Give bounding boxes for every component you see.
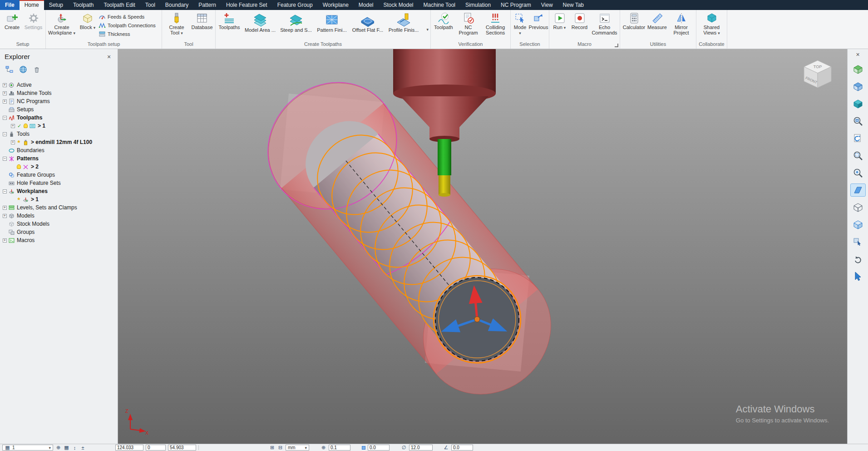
expand-icon[interactable]: + xyxy=(3,99,7,104)
tree-item-stock-models[interactable]: Stock Models xyxy=(3,220,118,228)
tree-item-workplane-1[interactable]: * > 1 xyxy=(3,195,118,203)
tab-nc-program[interactable]: NC Program xyxy=(496,0,536,10)
tab-stock-model[interactable]: Stock Model xyxy=(379,0,419,10)
workplane-selector[interactable]: ▦ 1 ▾ xyxy=(2,445,53,451)
toolpaths-button[interactable]: Toolpaths xyxy=(217,11,242,31)
tab-new-tab[interactable]: New Tab xyxy=(558,0,589,10)
selection-previous-button[interactable]: Previous xyxy=(529,11,548,31)
zoom-window-icon[interactable] xyxy=(851,149,865,162)
thickness-button[interactable]: Thickness xyxy=(99,30,156,38)
box-minus-icon[interactable]: ⊟ xyxy=(277,445,283,451)
shaded-wireframe-icon[interactable] xyxy=(851,218,865,231)
plus-minus-icon[interactable]: ± xyxy=(80,445,86,451)
globe-icon[interactable] xyxy=(19,65,27,74)
expand-icon[interactable]: + xyxy=(11,124,15,128)
viewport[interactable]: TOP FRONT Z X Activate Windows Go to Set… xyxy=(118,49,847,444)
tree-structure-icon[interactable] xyxy=(5,65,14,74)
model-area-clearance-button[interactable]: Model Area ... xyxy=(242,11,278,34)
tab-home[interactable]: Home xyxy=(20,0,44,10)
tree-item-toolpath-1[interactable]: + ✓ > 1 xyxy=(3,122,118,130)
expand-icon[interactable]: + xyxy=(3,206,7,210)
profile-finishing-button[interactable]: Profile Finis... xyxy=(386,11,421,34)
selection-mode-button[interactable]: Mode ▾ xyxy=(512,11,528,37)
feeds-speeds-button[interactable]: Feeds & Speeds xyxy=(99,12,156,21)
calculator-button[interactable]: Calculator xyxy=(622,11,646,31)
expand-icon[interactable]: + xyxy=(3,214,7,218)
wireframe-view-icon[interactable] xyxy=(851,201,865,213)
tab-simulation[interactable]: Simulation xyxy=(460,0,496,10)
tab-workplane[interactable]: Workplane xyxy=(318,0,354,10)
cursor-tool-icon[interactable] xyxy=(851,270,865,282)
shaded-view-icon[interactable] xyxy=(851,98,865,110)
tab-toolpath[interactable]: Toolpath xyxy=(68,0,99,10)
box-plus-icon[interactable]: ⊞ xyxy=(269,445,275,451)
x-coordinate-field[interactable] xyxy=(115,445,143,451)
settings-button[interactable]: Settings xyxy=(23,11,44,31)
tab-feature-group[interactable]: Feature Group xyxy=(272,0,318,10)
tree-item-nc-programs[interactable]: + NC Programs xyxy=(3,97,118,105)
collapse-icon[interactable]: − xyxy=(3,116,7,120)
position-toggle-icon[interactable]: ⊕ xyxy=(55,445,61,451)
view-cube[interactable]: TOP FRONT xyxy=(800,55,835,90)
tolerance-field[interactable] xyxy=(329,445,350,451)
tree-item-active[interactable]: + Active xyxy=(3,81,118,89)
tab-toolpath-edit[interactable]: Toolpath Edit xyxy=(99,0,140,10)
collapse-icon[interactable]: − xyxy=(3,189,7,193)
view-toolbar-close-icon[interactable]: × xyxy=(856,51,859,58)
tree-item-levels-sets-clamps[interactable]: + Levels, Sets and Clamps xyxy=(3,203,118,212)
angle-field[interactable] xyxy=(451,445,473,451)
tree-item-machine-tools[interactable]: + Machine Tools xyxy=(3,89,118,97)
thickness-field[interactable] xyxy=(368,445,390,451)
macro-dialog-launcher-icon[interactable] xyxy=(615,44,618,47)
pattern-finishing-button[interactable]: Pattern Fini... xyxy=(314,11,350,34)
tab-view[interactable]: View xyxy=(536,0,558,10)
tab-model[interactable]: Model xyxy=(354,0,379,10)
tree-item-toolpaths[interactable]: − Toolpaths xyxy=(3,114,118,122)
more-toolpaths-caret-icon[interactable]: ▾ xyxy=(426,27,429,32)
refresh-view-icon[interactable] xyxy=(851,132,865,144)
create-tool-button[interactable]: Create Tool ▾ xyxy=(163,11,190,37)
shared-views-button[interactable]: Shared Views ▾ xyxy=(698,11,725,37)
steep-shallow-button[interactable]: Steep and S... xyxy=(278,11,314,34)
collapse-icon[interactable]: − xyxy=(3,157,7,161)
tree-item-tools[interactable]: − Tools xyxy=(3,130,118,138)
tab-boundary[interactable]: Boundary xyxy=(160,0,193,10)
block-view-icon[interactable] xyxy=(851,80,865,93)
tab-hole-feature-set[interactable]: Hole Feature Set xyxy=(221,0,272,10)
zoom-to-fit-icon[interactable] xyxy=(851,115,865,127)
tree-item-hole-feature-sets[interactable]: Hole Feature Sets xyxy=(3,179,118,187)
grid-snap-icon[interactable]: ▦ xyxy=(64,445,69,451)
tab-tool[interactable]: Tool xyxy=(140,0,160,10)
tree-item-groups[interactable]: Groups xyxy=(3,228,118,236)
tab-setup[interactable]: Setup xyxy=(44,0,68,10)
select-entity-icon[interactable] xyxy=(851,236,865,248)
tree-item-pattern-2[interactable]: > 2 xyxy=(3,163,118,171)
tab-file[interactable]: File xyxy=(0,0,20,10)
tree-item-models[interactable]: + Models xyxy=(3,212,118,220)
tree-item-endmill[interactable]: + * > endmill 12mm 4f L100 xyxy=(3,138,118,146)
trash-icon[interactable] xyxy=(33,65,41,74)
expand-icon[interactable]: + xyxy=(11,140,15,144)
mirror-project-button[interactable]: Mirror Project xyxy=(669,11,694,36)
macro-run-button[interactable]: Run ▾ xyxy=(551,11,569,31)
iso-view-icon[interactable] xyxy=(851,63,865,75)
plain-shading-icon[interactable] xyxy=(851,184,865,196)
units-selector[interactable]: mm ▾ xyxy=(286,445,309,451)
macro-record-button[interactable]: Record xyxy=(569,11,590,31)
tree-item-feature-groups[interactable]: Feature Groups xyxy=(3,171,118,179)
collapse-icon[interactable]: − xyxy=(3,132,7,136)
block-button[interactable]: Block ▾ xyxy=(77,11,98,31)
zoom-in-out-icon[interactable] xyxy=(851,167,865,179)
expand-icon[interactable]: + xyxy=(3,238,7,243)
tab-machine-tool[interactable]: Machine Tool xyxy=(419,0,461,10)
explorer-close-icon[interactable]: × xyxy=(105,53,113,60)
visibility-bulb-icon[interactable] xyxy=(17,164,21,169)
tree-item-setups[interactable]: Setups xyxy=(3,105,118,114)
verify-nc-program-button[interactable]: NC Program xyxy=(456,11,481,36)
expand-icon[interactable]: + xyxy=(3,91,7,95)
z-coordinate-field[interactable] xyxy=(168,445,196,451)
viewport-3d[interactable] xyxy=(118,49,847,444)
raise-lower-icon[interactable]: ↕ xyxy=(72,445,78,451)
tool-diameter-field[interactable] xyxy=(409,445,433,451)
offset-flat-finishing-button[interactable]: Offset Flat F... xyxy=(350,11,385,34)
